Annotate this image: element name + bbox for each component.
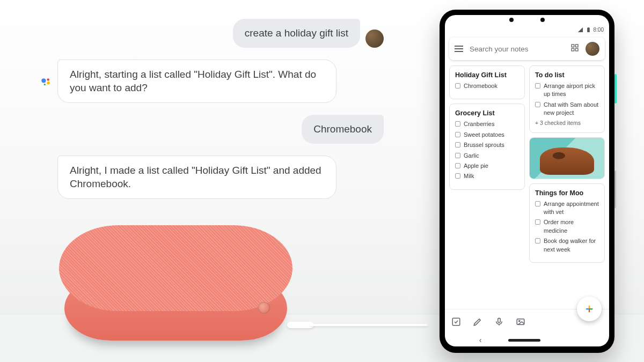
svg-point-0	[41, 78, 46, 83]
checklist-item[interactable]: Garlic	[455, 152, 519, 160]
svg-rect-9	[498, 318, 501, 322]
svg-rect-10	[517, 319, 524, 324]
search-bar[interactable]: Search your notes	[449, 38, 605, 60]
phone-power-button	[614, 74, 617, 104]
svg-rect-5	[575, 45, 578, 47]
notes-grid: Holiday Gift List Chromebook Grocery Lis…	[445, 63, 609, 309]
new-voice-note-icon[interactable]	[494, 317, 504, 327]
checked-items-summary[interactable]: + 3 checked items	[535, 120, 599, 126]
svg-point-11	[519, 320, 520, 321]
checklist-item[interactable]: Chromebook	[455, 82, 519, 90]
phone-notch	[445, 15, 609, 25]
home-pill[interactable]	[508, 339, 540, 342]
note-title: Grocery List	[455, 109, 519, 117]
chat-row-assistant: Alright, I made a list called "Holiday G…	[40, 156, 384, 199]
checkbox-icon[interactable]	[535, 102, 540, 107]
bottom-toolbar	[445, 309, 609, 334]
status-time: 8:00	[594, 27, 604, 33]
power-cable	[287, 320, 427, 330]
chat-row-user: create a holiday gift list	[40, 19, 384, 48]
svg-point-1	[47, 78, 49, 81]
note-card-image[interactable]	[529, 137, 605, 179]
checklist-item[interactable]: Order more medicine	[535, 218, 599, 235]
user-bubble: create a holiday gift list	[233, 19, 360, 48]
svg-rect-4	[572, 45, 574, 47]
phone-device: 8:00 Search your notes Holiday Gift List…	[440, 10, 614, 353]
smart-speaker-device	[59, 225, 292, 341]
note-title: To do list	[535, 71, 599, 79]
checkbox-icon[interactable]	[455, 142, 460, 147]
assistant-conversation: create a holiday gift list Alright, star…	[40, 19, 384, 211]
new-image-note-icon[interactable]	[516, 317, 525, 327]
note-title: Things for Moo	[535, 189, 599, 197]
phone-volume-button	[614, 171, 616, 208]
checkbox-icon[interactable]	[455, 163, 460, 168]
note-image-dog	[530, 138, 604, 179]
new-drawing-icon[interactable]	[473, 317, 482, 327]
note-card-things-for-moo[interactable]: Things for Moo Arrange appointment with …	[529, 183, 605, 263]
checklist-item[interactable]: Milk	[455, 172, 519, 180]
checkbox-icon[interactable]	[455, 153, 460, 158]
svg-point-2	[47, 82, 50, 85]
status-bar: 8:00	[445, 25, 609, 34]
checklist-item[interactable]: Book dog walker for next week	[535, 237, 599, 254]
checkbox-icon[interactable]	[535, 238, 540, 243]
signal-icon	[577, 27, 583, 33]
user-avatar	[365, 29, 384, 48]
phone-screen: 8:00 Search your notes Holiday Gift List…	[445, 15, 609, 346]
profile-avatar[interactable]	[586, 42, 599, 56]
svg-rect-7	[575, 48, 578, 51]
hamburger-menu-icon[interactable]	[455, 46, 463, 52]
checklist-item[interactable]: Arrange appointment with vet	[535, 200, 599, 217]
chat-row-assistant: Alright, starting a list called "Holiday…	[40, 60, 384, 103]
user-bubble: Chromebook	[302, 115, 384, 144]
checklist-item[interactable]: Apple pie	[455, 162, 519, 170]
new-note-fab[interactable]	[577, 297, 602, 321]
back-icon[interactable]: ‹	[479, 336, 482, 344]
checkbox-icon[interactable]	[535, 83, 540, 88]
checkbox-icon[interactable]	[455, 121, 460, 127]
checklist-item[interactable]: Brussel sprouts	[455, 141, 519, 149]
view-toggle-icon[interactable]	[570, 43, 579, 54]
svg-point-3	[44, 84, 46, 85]
new-checklist-icon[interactable]	[451, 317, 461, 327]
speaker-mute-button	[258, 302, 270, 314]
svg-rect-8	[452, 318, 460, 326]
android-nav-bar: ‹	[445, 334, 609, 346]
checkbox-icon[interactable]	[455, 132, 460, 137]
chat-row-user: Chromebook	[40, 115, 384, 144]
checklist-item[interactable]: Chat with Sam about new project	[535, 101, 599, 117]
checkbox-icon[interactable]	[535, 201, 540, 206]
checkbox-icon[interactable]	[535, 219, 540, 225]
checklist-item[interactable]: Cranberries	[455, 120, 519, 128]
speaker-fabric-top	[59, 225, 292, 311]
assistant-icon	[40, 76, 52, 88]
svg-rect-6	[572, 48, 574, 51]
assistant-bubble: Alright, I made a list called "Holiday G…	[57, 156, 336, 199]
checkbox-icon[interactable]	[455, 83, 460, 88]
battery-icon	[586, 27, 591, 33]
note-title: Holiday Gift List	[455, 71, 519, 79]
search-placeholder[interactable]: Search your notes	[470, 45, 564, 53]
note-card-todo-list[interactable]: To do list Arrange airport pick up times…	[529, 65, 605, 133]
assistant-bubble: Alright, starting a list called "Holiday…	[57, 60, 336, 103]
note-card-grocery-list[interactable]: Grocery List Cranberries Sweet potatoes …	[449, 104, 525, 189]
checkbox-icon[interactable]	[455, 173, 460, 179]
checklist-item[interactable]: Arrange airport pick up times	[535, 82, 599, 99]
checklist-item[interactable]: Sweet potatoes	[455, 131, 519, 139]
note-card-holiday-gift-list[interactable]: Holiday Gift List Chromebook	[449, 65, 525, 99]
